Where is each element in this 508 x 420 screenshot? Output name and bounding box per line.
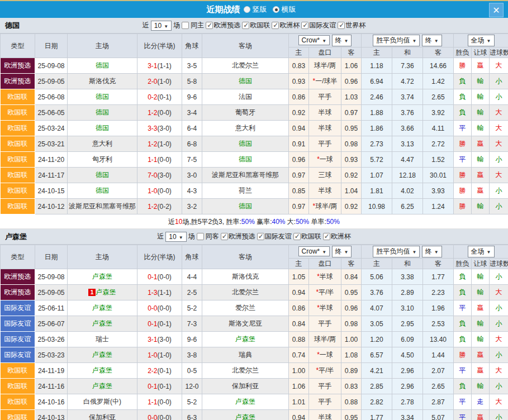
home-team-cell: 德国 xyxy=(68,183,137,199)
league-label: 欧洲预选 xyxy=(213,21,240,30)
away-team-cell: 爱尔兰 xyxy=(202,300,289,316)
home-team-cell: 斯洛伐克 xyxy=(68,74,137,89)
date-cell: 25-06-05 xyxy=(35,105,68,121)
corner-cell: 5-2 xyxy=(182,300,202,316)
vertical-layout-radio[interactable] xyxy=(244,6,250,13)
date-cell: 25-09-08 xyxy=(35,58,68,74)
avg-home-odds: 6.57 xyxy=(362,347,392,363)
away-team-cell: 瑞典 xyxy=(202,347,289,363)
avg-away-odds: 14.66 xyxy=(423,58,454,74)
league-checkbox[interactable] xyxy=(293,233,301,240)
away-team-cell: 北爱尔兰 xyxy=(202,285,289,300)
match-row: 欧洲预选25-09-051卢森堡1-3(1-1)2-5北爱尔兰0.94*平/半0… xyxy=(1,285,508,300)
corner-cell: 4-3 xyxy=(182,183,202,199)
corner-cell: 5-8 xyxy=(182,74,202,89)
result-wdl: 負 xyxy=(454,89,472,105)
league-filter[interactable]: 欧洲预选 xyxy=(206,21,240,30)
handicap-cell: 平手 xyxy=(309,136,341,152)
match-row: 欧国联24-10-16白俄罗斯(中)1-1(0-0)5-2卢森堡1.01平手0.… xyxy=(1,394,508,410)
result-goals: 小 xyxy=(490,183,508,199)
score-cell: 1-2(0-0) xyxy=(137,105,182,121)
league-filter[interactable]: 欧洲预选 xyxy=(221,232,255,241)
league-checkbox[interactable] xyxy=(206,22,213,29)
avg-type-select[interactable]: 胜平负均值▼ xyxy=(373,246,420,257)
type-badge: 欧国联 xyxy=(1,121,35,136)
league-filters: 欧洲预选欧国联欧洲杯国际友谊世界杯 xyxy=(206,21,365,30)
result-goals: 小 xyxy=(490,347,508,363)
same-venue-checkbox[interactable] xyxy=(182,22,189,29)
league-filter[interactable]: 国际友谊 xyxy=(301,21,336,30)
league-filter[interactable]: 欧洲杯 xyxy=(272,21,300,30)
avg-type-select[interactable]: 胜平负均值▼ xyxy=(373,35,420,46)
league-filter[interactable]: 国际友谊 xyxy=(257,232,292,241)
league-checkbox[interactable] xyxy=(301,22,308,29)
league-filter[interactable]: 世界杯 xyxy=(338,21,365,30)
avg-away-odds: 1.52 xyxy=(423,152,454,168)
sub-home: 主 xyxy=(289,47,309,58)
date-cell: 25-03-21 xyxy=(35,136,68,152)
chevron-down-icon: ▼ xyxy=(412,250,416,255)
same-venue-checkbox[interactable] xyxy=(197,233,204,240)
corner-cell: 2-5 xyxy=(182,285,202,300)
recent-count-select[interactable]: 10▼ xyxy=(151,21,172,31)
handicap-cell: 半球 xyxy=(309,183,341,199)
score-cell: 0-2(0-1) xyxy=(137,89,182,105)
sub-avg-home: 主 xyxy=(362,259,392,269)
avg-away-odds: 2.53 xyxy=(423,316,454,332)
odds-stage-select[interactable]: 终▼ xyxy=(332,246,352,257)
crow-away-odds: 0.96 xyxy=(341,300,362,316)
avg-stage-select[interactable]: 终▼ xyxy=(422,35,442,46)
home-team-cell: 德国 xyxy=(68,105,137,121)
team-name: 德国 xyxy=(5,21,20,31)
date-cell: 25-06-08 xyxy=(35,89,68,105)
home-team-cell: 德国 xyxy=(68,168,137,183)
crow-away-odds: 0.89 xyxy=(341,363,362,379)
result-handicap: 贏 xyxy=(472,183,490,199)
sub-wdl: 胜负 xyxy=(454,259,472,269)
same-venue-label: 同主 xyxy=(191,21,204,30)
league-checkbox[interactable] xyxy=(272,22,279,29)
away-team-cell: 北爱尔兰 xyxy=(202,363,289,379)
horizontal-layout-radio[interactable] xyxy=(273,6,279,13)
avg-draw-odds: 7.36 xyxy=(392,58,423,74)
red-card-badge: 1 xyxy=(88,289,95,296)
crow-home-odds: 0.83 xyxy=(289,58,309,74)
date-cell: 25-06-07 xyxy=(35,316,68,332)
home-team-cell: 卢森堡 xyxy=(68,379,137,394)
league-checkbox[interactable] xyxy=(338,22,345,29)
league-filter[interactable]: 欧国联 xyxy=(242,21,270,30)
corner-cell: 12-0 xyxy=(182,379,202,394)
avg-home-odds: 5.72 xyxy=(362,152,392,168)
date-cell: 25-06-11 xyxy=(35,300,68,316)
odds-provider-select[interactable]: Crow*▼ xyxy=(298,246,330,256)
league-checkbox[interactable] xyxy=(221,233,228,240)
crow-home-odds: 0.93 xyxy=(289,74,309,89)
league-checkbox[interactable] xyxy=(323,233,330,240)
avg-draw-odds: 4.50 xyxy=(392,347,423,363)
sub-handicap: 盘口 xyxy=(309,259,341,269)
close-icon[interactable]: ✕ xyxy=(489,3,504,17)
league-checkbox[interactable] xyxy=(257,233,264,240)
scope-select[interactable]: 全场▼ xyxy=(468,246,495,257)
sub-goals: 进球数 xyxy=(490,259,508,269)
crow-away-odds: 0.88 xyxy=(341,394,362,410)
near-label: 近 xyxy=(143,21,149,30)
league-filter[interactable]: 欧洲杯 xyxy=(323,232,351,241)
odds-stage-select[interactable]: 终▼ xyxy=(332,35,352,46)
league-filter[interactable]: 欧国联 xyxy=(293,232,321,241)
date-cell: 25-09-05 xyxy=(35,285,68,300)
sub-goals: 进球数 xyxy=(490,47,508,58)
scope-select[interactable]: 全场▼ xyxy=(468,35,495,46)
type-badge: 欧国联 xyxy=(1,152,35,168)
crow-away-odds: 0.95 xyxy=(341,410,362,420)
odds-provider-select[interactable]: Crow*▼ xyxy=(298,35,330,45)
crow-away-odds: 0.97 xyxy=(341,105,362,121)
type-badge: 国际友谊 xyxy=(1,316,35,332)
vertical-layout-label: 竖版 xyxy=(253,4,267,15)
avg-stage-select[interactable]: 终▼ xyxy=(422,246,442,257)
date-cell: 25-09-05 xyxy=(35,74,68,89)
col-away: 客场 xyxy=(202,245,289,269)
recent-count-select[interactable]: 10▼ xyxy=(165,232,186,242)
league-checkbox[interactable] xyxy=(242,22,249,29)
avg-home-odds: 10.98 xyxy=(362,199,392,214)
